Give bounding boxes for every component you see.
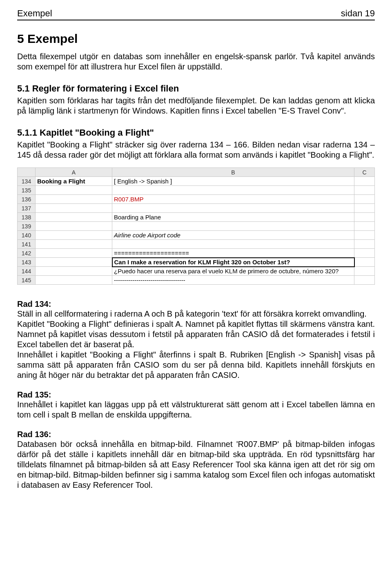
rad-136-label: Rad 136:: [17, 430, 375, 439]
excel-cell-c: [354, 240, 375, 249]
excel-cell-c: [354, 258, 375, 267]
excel-cell-c: [354, 222, 375, 231]
excel-cell-b: R007.BMP: [112, 195, 354, 204]
excel-corner: [18, 168, 36, 177]
excel-row-number: 137: [18, 204, 36, 213]
excel-row-number: 136: [18, 195, 36, 204]
rad-134-p2: Kapitlet "Booking a Flight" definieras i…: [17, 319, 375, 350]
heading-1: 5 Exempel: [17, 32, 375, 46]
excel-cell-b: [112, 204, 354, 213]
excel-cell-a: [36, 249, 112, 258]
section-5-1-paragraph: Kapitlen som förklaras har tagits från d…: [17, 96, 375, 116]
intro-paragraph: Detta filexempel utgör en databas som in…: [17, 51, 375, 72]
excel-cell-a: [36, 204, 112, 213]
rad-136-p1: Databasen bör också innehålla en bitmap-…: [17, 439, 375, 490]
excel-row: 139: [18, 222, 375, 231]
page-header: Exempel sidan 19: [17, 8, 375, 20]
excel-cell-c: [354, 231, 375, 240]
excel-cell-b: [112, 222, 354, 231]
excel-cell-a: [36, 195, 112, 204]
excel-row: 141: [18, 240, 375, 249]
excel-row-number: 138: [18, 213, 36, 222]
excel-cell-a: [36, 231, 112, 240]
excel-row-number: 142: [18, 249, 36, 258]
excel-row-number: 135: [18, 186, 36, 195]
excel-row-number: 144: [18, 267, 36, 276]
excel-cell-b: Can I make a reservation for KLM Flight …: [112, 258, 354, 267]
excel-row-number: 145: [18, 276, 36, 285]
excel-cell-c: [354, 267, 375, 276]
excel-row-number: 143: [18, 258, 36, 267]
excel-cell-a: [36, 267, 112, 276]
excel-cell-b: -----------------------------------: [112, 276, 354, 285]
excel-cell-b: [112, 186, 354, 195]
excel-row: 144¿Puedo hacer una reserva para el vuel…: [18, 267, 375, 276]
excel-cell-c: [354, 276, 375, 285]
excel-row: 135: [18, 186, 375, 195]
excel-col-b-header: B: [112, 168, 354, 177]
excel-screenshot: A B C 134Booking a Flight[ English -> Sp…: [17, 167, 375, 285]
excel-cell-c: [354, 186, 375, 195]
excel-row: 137: [18, 204, 375, 213]
excel-row: 145-----------------------------------: [18, 276, 375, 285]
rad-134-p1: Ställ in all cellformatering i raderna A…: [17, 309, 375, 319]
rad-135-label: Rad 135:: [17, 390, 375, 400]
excel-row-number: 134: [18, 177, 36, 186]
rad-135-p1: Innehållet i kapitlet kan läggas upp på …: [17, 400, 375, 420]
excel-cell-a: [36, 213, 112, 222]
excel-row: 134Booking a Flight[ English -> Spanish …: [18, 177, 375, 186]
excel-cell-b: =====================: [112, 249, 354, 258]
excel-cell-a: [36, 186, 112, 195]
rad-134-label: Rad 134:: [17, 299, 375, 309]
excel-row-number: 140: [18, 231, 36, 240]
excel-cell-a: Booking a Flight: [36, 177, 112, 186]
heading-3: 5.1.1 Kapitlet "Booking a Flight": [17, 127, 375, 138]
section-5-1-1-paragraph: Kapitlet "Booking a Flight" sträcker sig…: [17, 140, 375, 160]
excel-cell-a: [36, 222, 112, 231]
excel-cell-b: ¿Puedo hacer una reserva para el vuelo K…: [112, 267, 354, 276]
excel-row: 142=====================: [18, 249, 375, 258]
excel-row-number: 139: [18, 222, 36, 231]
excel-cell-a: [36, 258, 112, 267]
excel-row: 138Boarding a Plane: [18, 213, 375, 222]
excel-cell-c: [354, 204, 375, 213]
excel-cell-b: [ English -> Spanish ]: [112, 177, 354, 186]
excel-cell-b: Airline code Airport code: [112, 231, 354, 240]
rad-134-p3: Innehållet i kapitlet "Booking a Flight"…: [17, 350, 375, 380]
excel-cell-c: [354, 213, 375, 222]
excel-cell-b: [112, 240, 354, 249]
excel-row: 136R007.BMP: [18, 195, 375, 204]
heading-2: 5.1 Regler för formatering i Excel filen: [17, 83, 375, 94]
header-left: Exempel: [17, 8, 52, 19]
excel-col-c-header: C: [354, 168, 375, 177]
excel-cell-c: [354, 195, 375, 204]
excel-cell-a: [36, 276, 112, 285]
excel-col-a-header: A: [36, 168, 112, 177]
header-right: sidan 19: [341, 8, 375, 19]
excel-cell-b: Boarding a Plane: [112, 213, 354, 222]
excel-cell-c: [354, 249, 375, 258]
excel-row: 143Can I make a reservation for KLM Flig…: [18, 258, 375, 267]
excel-cell-a: [36, 240, 112, 249]
excel-row-number: 141: [18, 240, 36, 249]
excel-row: 140Airline code Airport code: [18, 231, 375, 240]
excel-cell-c: [354, 177, 375, 186]
